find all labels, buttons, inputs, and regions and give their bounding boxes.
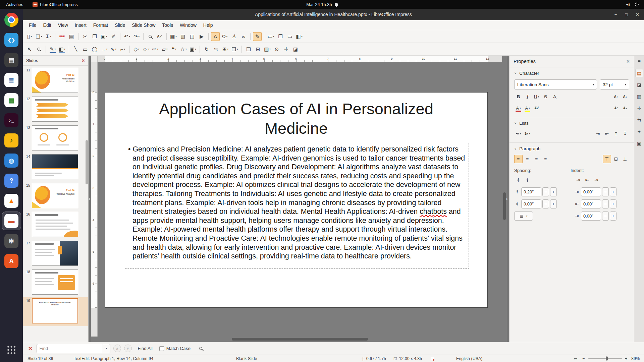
chevron-down-icon[interactable]: ▾ [31,35,32,38]
ellipse-button[interactable]: ◯ [90,45,99,54]
slide-thumbnail[interactable]: Part 03Personalized Medicine [32,68,78,93]
slide-thumbnail[interactable] [32,212,78,237]
space-below-value[interactable]: 0.00″ [521,199,541,208]
zoom-out-button[interactable]: − [582,356,585,361]
horizontal-ruler[interactable]: 0123456789101112 [98,56,502,62]
indent-before-spinner[interactable]: 0.00″ − + [581,187,616,196]
slide-layout-status[interactable]: Blank Slide [236,356,257,361]
align-top-button[interactable]: ⊤ [603,155,611,163]
indent-after-value[interactable]: 0.00″ [581,199,601,208]
promote-button[interactable]: ⇤ [603,129,611,138]
dock-item-vlc[interactable]: ▲ [2,191,21,210]
redo-button[interactable]: ↷▾ [132,32,141,41]
bold-button[interactable]: B [514,93,523,101]
basic-shapes-button[interactable]: ◇▾ [132,45,141,54]
unordered-list-button[interactable]: •≡▾ [514,129,523,138]
fill-color-button[interactable]: ◧▾ [58,45,66,54]
slide-thumbnail[interactable]: Part 04Predictive Analytics [32,183,78,208]
insert-fontwork-button[interactable]: A [230,32,238,41]
power-icon[interactable] [635,3,639,6]
chevron-down-icon[interactable]: ▾ [157,48,159,51]
print-button[interactable]: ▤ [67,32,76,41]
dock-item-help[interactable]: ? [2,171,21,190]
star-shapes-button[interactable]: ☆▾ [179,45,188,54]
slide-title-text[interactable]: Application Cases of AI in Personalized … [127,99,466,138]
close-button[interactable]: ✕ [636,12,639,17]
sidebar-tab-animation[interactable]: ✦ [635,128,643,136]
increase-button[interactable]: + [610,212,616,221]
chevron-down-icon[interactable]: ▾ [129,35,130,38]
center-vertically-button[interactable]: ⊟ [612,155,620,163]
chevron-down-icon[interactable]: ▾ [301,35,303,38]
duplicate-slide-button[interactable]: ❐ [276,32,285,41]
canvas-horizontal-scrollbar[interactable] [98,338,502,341]
align-center-button[interactable]: ≡ [523,155,532,163]
flowchart-shapes-button[interactable]: ▱▾ [160,45,169,54]
indent-before-value[interactable]: 0.00″ [581,187,601,196]
dock-item-chrome[interactable] [2,10,21,29]
slide-body-paragraph[interactable]: • Genomics and Precision Medicine: AI an… [128,145,466,261]
decrease-button[interactable]: − [542,187,549,196]
zoom-percent-label[interactable]: 89% [631,356,640,361]
3d-objects-button[interactable]: ▣▾ [189,45,197,54]
sidebar-tab-properties[interactable]: ▤ [635,69,643,77]
clock-button[interactable]: Mar 24 15:35 [306,2,338,7]
menu-item-format[interactable]: Format [90,21,111,29]
collapse-right-icon[interactable]: ▸ [506,197,508,200]
canvas-vertical-scrollbar[interactable] [503,62,506,337]
match-case-option[interactable]: Match Case [159,346,191,351]
increase-button[interactable]: + [550,187,557,196]
subscript-button[interactable]: A₂ [621,104,629,112]
chevron-down-icon[interactable]: ▾ [106,48,108,51]
language-status[interactable]: English (USA) [456,356,483,361]
symbol-shapes-button[interactable]: ☺▾ [142,45,150,54]
focused-app-indicator[interactable]: LibreOffice Impress [29,2,81,7]
slide-thumbnail-row[interactable]: 11Part 03Personalized Medicine [23,67,88,96]
move-up-button[interactable]: ↥ [612,129,620,138]
slide-thumbnail-row[interactable]: 17 [23,240,88,268]
system-tray[interactable]: ◄) [625,2,644,6]
dock-item-app-grid[interactable] [2,341,21,359]
slide-thumbnail[interactable] [32,269,78,295]
find-input[interactable] [37,344,103,353]
slide-thumbnail[interactable] [32,97,78,122]
increase-button[interactable]: + [610,199,616,208]
dock-item-ubuntu-software[interactable]: A [2,252,21,270]
chevron-down-icon[interactable]: ▾ [226,35,228,38]
chevron-down-icon[interactable]: ▾ [124,48,125,51]
select-button[interactable]: ↖ [25,45,34,54]
zoom-button[interactable] [35,45,43,54]
connectors-button[interactable]: ⌐▾ [118,45,127,54]
unsaved-changes-icon[interactable] [431,357,434,360]
menu-item-edit[interactable]: Edit [40,21,55,29]
line-color-button[interactable]: ✎▾ [48,45,57,54]
copy-button[interactable]: ❐ [90,32,99,41]
slide-thumbnail[interactable] [32,154,78,179]
slide-thumbnail-row[interactable]: 18 [23,268,88,297]
export-pdf-button[interactable]: PDF [58,32,66,41]
chevron-down-icon[interactable]: ▾ [227,48,229,51]
find-and-replace-button[interactable] [199,346,204,351]
space-below-spinner[interactable]: 0.00″ − + [521,199,557,208]
slide-thumbnail[interactable] [32,125,78,150]
match-case-checkbox[interactable] [159,346,164,351]
insert-text-box-button[interactable]: A [211,32,220,41]
cut-button[interactable]: ✂ [81,32,90,41]
demote-button[interactable]: ⇥ [594,129,602,138]
line-spacing-dropdown[interactable]: ≣ ▾ [514,212,533,221]
find-all-button[interactable]: Find All [138,346,153,351]
flip-button[interactable]: ⇋ [212,45,220,54]
slide-layout-button[interactable]: ◧▾ [295,32,304,41]
slide-thumbnail-row[interactable]: 19Application Cases of AI in Personalize… [23,297,88,326]
scrollbar-thumb[interactable] [232,338,368,341]
chevron-down-icon[interactable]: ▾ [237,48,238,51]
dock-item-text-editor[interactable]: ▤ [2,51,21,69]
increase-paragraph-spacing-button[interactable]: ↟ [514,176,523,184]
chevron-down-icon[interactable]: ▾ [50,35,52,38]
menu-item-insert[interactable]: Insert [71,21,90,29]
space-above-value[interactable]: 0.20″ [521,187,541,196]
chevron-down-icon[interactable]: ▾ [166,48,168,51]
chevron-down-icon[interactable]: ▾ [538,96,539,98]
rectangle-button[interactable]: ▭ [81,45,90,54]
dock-item-globe-app[interactable]: ◍ [2,151,21,170]
